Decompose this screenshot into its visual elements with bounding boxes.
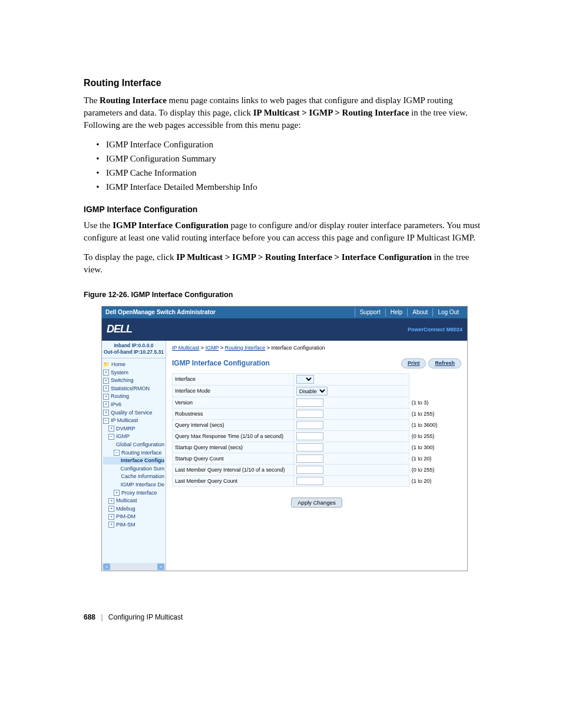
field-select[interactable] [296,375,314,384]
field-label: Startup Query Count [173,453,294,465]
oob-ip: Out-of-band IP:10.27.5.31 [103,349,164,355]
tree-item-label: Multicast [116,497,137,505]
field-label: Last Member Query Interval (1/10 of a se… [173,465,294,476]
expand-icon[interactable]: + [103,394,109,400]
table-row: Last Member Query Interval (1/10 of a se… [173,465,461,476]
tree-item-label: Quality of Service [111,409,153,417]
tree-item-label: Switching [111,377,134,384]
field-input[interactable] [296,421,323,429]
field-cell [293,476,409,487]
print-button[interactable]: Print [401,358,427,368]
table-row: Query Interval (secs)(1 to 3600) [173,420,461,431]
field-cell [293,465,409,476]
expand-icon[interactable]: + [108,426,114,431]
tree-item[interactable]: +DVMRP [103,424,164,433]
field-label: Query Max Response Time (1/10 of a secon… [173,431,294,442]
field-input[interactable] [296,398,323,407]
section-heading: Routing Interface [84,77,488,90]
tree-item[interactable]: +Statistics/RMON [103,384,164,393]
table-row: Version(1 to 3) [173,397,461,409]
field-hint: (1 to 255) [409,409,461,420]
support-link[interactable]: Support [355,308,385,317]
expand-icon[interactable]: − [108,434,114,440]
field-label: Version [173,397,294,409]
tree-item[interactable]: Configuration Sum [103,465,164,473]
field-hint: (1 to 20) [409,476,461,487]
scroll-left-icon[interactable]: < [103,564,110,570]
tree-item[interactable]: +Proxy Interface [103,489,164,497]
tree-item[interactable]: −IGMP [103,433,164,441]
expand-icon[interactable]: + [108,522,114,528]
tree-item-label: IGMP Interface De [121,481,164,489]
tree-item[interactable]: +PIM-DM [103,513,164,521]
help-link[interactable]: Help [385,308,408,317]
tree-item-label: Routing Interface [121,449,162,457]
expand-icon[interactable]: + [103,401,109,407]
tree-item-label: Interface Configu [121,457,164,465]
breadcrumb-link[interactable]: Routing Interface [225,345,266,351]
table-row: Last Member Query Count(1 to 20) [173,476,461,487]
field-cell [293,420,409,431]
expand-icon[interactable]: + [103,370,109,375]
field-select[interactable]: Disable [296,387,328,396]
nav-scrollbar[interactable]: < > [102,563,166,571]
field-input[interactable] [296,466,323,474]
tree-item[interactable]: Cache Information [103,473,164,481]
tree-item[interactable]: +Multicast [103,497,164,505]
routing-interface-bold: Routing Interface [100,95,167,105]
tree-item[interactable]: −Routing Interface [103,449,164,457]
expand-icon[interactable]: + [103,378,109,384]
nav-tree: Inband IP:0.0.0.0 Out-of-band IP:10.27.5… [102,341,166,571]
about-link[interactable]: About [407,308,432,317]
expand-icon[interactable]: + [103,386,109,391]
tree-item-label: Statistics/RMON [111,385,150,393]
tree-item[interactable]: +Routing [103,393,164,401]
refresh-button[interactable]: Refresh [428,358,461,368]
tree-item[interactable]: +Quality of Service [103,409,164,417]
field-hint [409,386,461,397]
table-row: Query Max Response Time (1/10 of a secon… [173,431,461,442]
tree-item[interactable]: +System [103,368,164,377]
tree-item-label: Cache Information [121,473,164,480]
tree-item[interactable]: +IPv6 [103,401,164,409]
field-hint: (0 to 255) [409,465,461,476]
field-hint: (1 to 3600) [409,420,461,431]
expand-icon[interactable]: + [108,514,114,520]
tree-item[interactable]: −IP Multicast [103,417,164,425]
tree-item[interactable]: Interface Configu [103,457,164,465]
expand-icon[interactable]: − [114,450,120,456]
expand-icon[interactable]: + [108,498,114,504]
subsection-heading: IGMP Interface Configuration [84,204,488,216]
logout-link[interactable]: Log Out [432,308,464,317]
breadcrumb-link[interactable]: IP Multicast [172,345,199,351]
tree-item[interactable]: IGMP Interface De [103,481,164,489]
divider: | [101,613,103,621]
field-input[interactable] [296,477,323,485]
field-label: Interface Mode [173,386,294,397]
tree-item-label: IGMP [116,433,130,440]
apply-changes-button[interactable]: Apply Changes [291,498,342,508]
field-label: Robustness [173,409,294,420]
folder-icon: 📁 [103,361,110,368]
field-input[interactable] [296,454,323,463]
tree-item[interactable]: 📁Home [103,361,164,369]
expand-icon[interactable]: + [114,490,120,496]
expand-icon[interactable]: + [108,506,114,512]
expand-icon[interactable]: + [103,410,109,416]
tree-item[interactable]: +Mdebug [103,505,164,513]
tree-item[interactable]: +Switching [103,377,164,385]
table-row: Startup Query Interval (secs)(1 to 300) [173,442,461,453]
breadcrumb-link[interactable]: IGMP [206,345,219,351]
tree-item[interactable]: +PIM-SM [103,521,164,529]
scroll-right-icon[interactable]: > [157,564,164,570]
field-cell: Disable [293,386,409,397]
field-input[interactable] [296,432,323,440]
tree-item[interactable]: Global Configuration [103,441,164,449]
t: The [84,95,100,105]
field-input[interactable] [296,410,323,418]
table-row: Startup Query Count(1 to 20) [173,453,461,465]
breadcrumb: IP Multicast > IGMP > Routing Interface … [172,344,461,352]
field-cell [293,374,409,386]
expand-icon[interactable]: − [103,418,109,424]
field-input[interactable] [296,443,323,452]
